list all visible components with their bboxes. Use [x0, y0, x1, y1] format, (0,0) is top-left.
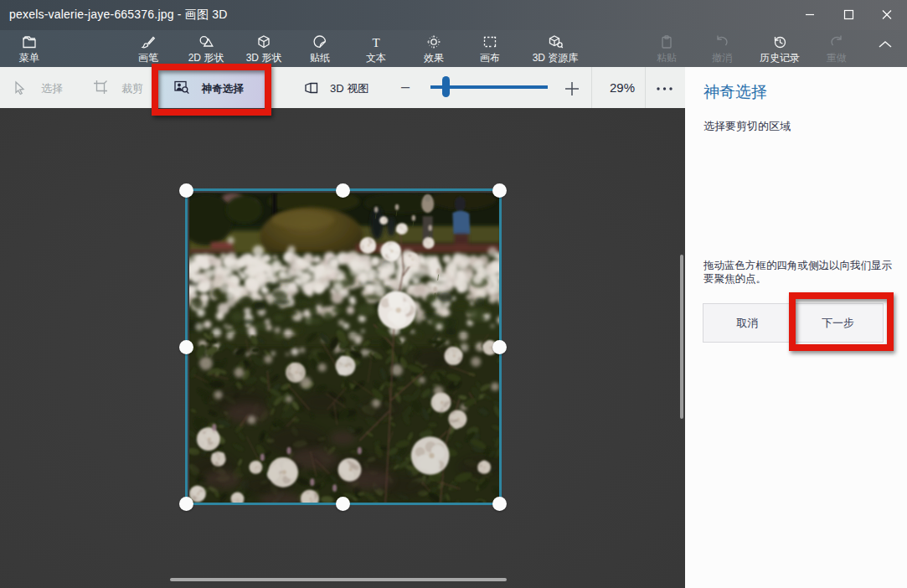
svg-text:T: T — [372, 36, 379, 49]
